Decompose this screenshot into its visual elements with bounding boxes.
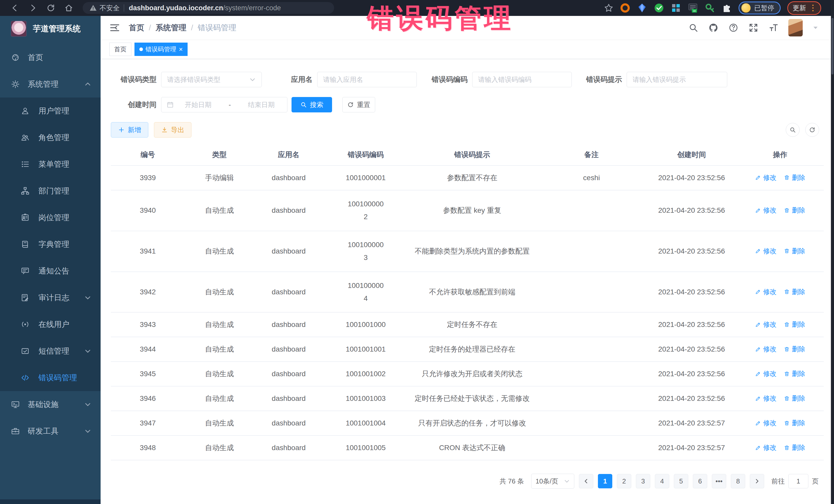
sidebar-item-系统管理[interactable]: 系统管理 [0, 71, 101, 97]
sidebar-bottom-strip [0, 499, 101, 504]
error-code-field[interactable] [472, 72, 572, 87]
user-avatar[interactable] [788, 19, 803, 37]
delete-link[interactable]: 删除 [784, 320, 805, 329]
delete-link[interactable]: 删除 [784, 345, 805, 354]
delete-link[interactable]: 删除 [784, 443, 805, 452]
sidebar-item-研发工具[interactable]: 研发工具 [0, 418, 101, 444]
browser-home-icon[interactable] [64, 3, 73, 13]
edit-link[interactable]: 修改 [755, 173, 776, 182]
tag-home[interactable]: 首页 [109, 43, 131, 56]
page-size-select[interactable]: 10条/页 [531, 474, 574, 489]
edit-link[interactable]: 修改 [755, 320, 776, 329]
header-search-icon[interactable] [688, 23, 699, 33]
edit-link[interactable]: 修改 [755, 206, 776, 215]
more-pages-button[interactable]: ••• [712, 474, 726, 488]
browser-back-icon[interactable] [10, 3, 20, 13]
refresh-table-button[interactable] [805, 123, 819, 137]
ext-dark-on[interactable]: on [688, 3, 698, 13]
goto-page-input[interactable] [788, 474, 808, 488]
edit-link[interactable]: 修改 [755, 287, 776, 297]
sidebar-item-短信管理[interactable]: 短信管理 [0, 338, 101, 365]
fullscreen-icon[interactable] [748, 23, 759, 33]
tag-close-icon[interactable]: × [179, 46, 183, 52]
github-icon[interactable] [708, 23, 719, 33]
edit-link[interactable]: 修改 [755, 394, 776, 403]
ext-green-key[interactable] [705, 3, 715, 13]
page-button-6[interactable]: 6 [693, 474, 707, 488]
breadcrumb-home[interactable]: 首页 [129, 23, 144, 33]
error-type-select[interactable]: 请选择错误码类型 [161, 72, 262, 87]
delete-link[interactable]: 删除 [784, 247, 805, 256]
user-icon [21, 106, 30, 115]
ext-green-check[interactable] [654, 3, 664, 13]
logo-row[interactable]: 芋道管理系统 [0, 16, 101, 42]
error-msg-field[interactable] [627, 72, 727, 87]
app-name-input[interactable] [317, 72, 416, 87]
page-button-3[interactable]: 3 [636, 474, 650, 488]
browser-update-button[interactable]: 更新 [787, 1, 821, 15]
end-date-placeholder[interactable]: 结束日期 [241, 100, 282, 109]
error-msg-input[interactable] [627, 72, 727, 87]
prev-page-button[interactable] [579, 474, 593, 488]
sidebar-item-在线用户[interactable]: 在线用户 [0, 311, 101, 338]
toggle-search-button[interactable] [786, 123, 799, 137]
edit-link[interactable]: 修改 [755, 419, 776, 428]
edit-link[interactable]: 修改 [755, 369, 776, 378]
kebab-menu-icon[interactable] [810, 4, 816, 12]
start-date-placeholder[interactable]: 开始日期 [177, 100, 219, 109]
browser-reload-icon[interactable] [46, 3, 56, 13]
delete-link[interactable]: 删除 [784, 173, 805, 182]
delete-link[interactable]: 删除 [784, 206, 805, 215]
font-size-icon[interactable] [768, 23, 778, 33]
add-button[interactable]: 新增 [111, 122, 148, 137]
security-label[interactable]: 不安全 [100, 4, 119, 13]
sidebar-item-菜单管理[interactable]: 菜单管理 [0, 151, 101, 178]
ext-cyan-grid[interactable] [671, 3, 681, 13]
window-scrollbar[interactable] [831, 0, 834, 504]
sidebar-item-角色管理[interactable]: 角色管理 [0, 124, 101, 151]
sidebar-item-用户管理[interactable]: 用户管理 [0, 97, 101, 124]
tag-error-code[interactable]: 错误码管理 × [134, 43, 188, 56]
delete-link[interactable]: 删除 [784, 394, 805, 403]
page-button-4[interactable]: 4 [655, 474, 669, 488]
address-bar[interactable]: 不安全 dashboard.yudao.iocoder.cn/system/er… [83, 2, 334, 14]
sidebar-item-审计日志[interactable]: 审计日志 [0, 284, 101, 311]
edit-link[interactable]: 修改 [755, 345, 776, 354]
app-name-field[interactable] [317, 72, 417, 87]
sidebar-item-基础设施[interactable]: 基础设施 [0, 391, 101, 418]
sidebar-item-岗位管理[interactable]: 岗位管理 [0, 204, 101, 231]
ext-orange-ring[interactable] [620, 3, 630, 13]
create-time-range-picker[interactable]: 开始日期 - 结束日期 [161, 97, 287, 112]
page-button-8[interactable]: 8 [731, 474, 745, 488]
delete-link[interactable]: 删除 [784, 287, 805, 297]
help-question-icon[interactable] [728, 23, 739, 33]
sidebar-item-字典管理[interactable]: 字典管理 [0, 231, 101, 258]
sidebar-item-首页[interactable]: 首页 [0, 44, 101, 71]
edit-link[interactable]: 修改 [755, 443, 776, 452]
sidebar-item-错误码管理[interactable]: 错误码管理 [0, 365, 101, 391]
delete-link[interactable]: 删除 [784, 419, 805, 428]
sidebar-item-部门管理[interactable]: 部门管理 [0, 178, 101, 204]
breadcrumb-separator: / [191, 23, 193, 32]
extension-paused-pill[interactable]: 已暂停 [739, 2, 781, 14]
ext-white-puzzle[interactable] [722, 3, 732, 13]
browser-forward-icon[interactable] [28, 3, 38, 13]
page-button-2[interactable]: 2 [617, 474, 631, 488]
ext-blue-gem[interactable] [637, 3, 647, 13]
sidebar-fold-icon[interactable] [109, 22, 120, 33]
breadcrumb-system[interactable]: 系统管理 [155, 23, 186, 33]
page-button-1[interactable]: 1 [598, 474, 612, 488]
error-code-input[interactable] [473, 72, 571, 87]
next-page-button[interactable] [750, 474, 764, 488]
sidebar-item-通知公告[interactable]: 通知公告 [0, 258, 101, 284]
page-button-5[interactable]: 5 [674, 474, 688, 488]
bookmark-star-icon[interactable] [604, 3, 613, 13]
search-button[interactable]: 搜索 [291, 97, 332, 112]
edit-link[interactable]: 修改 [755, 247, 776, 256]
reset-button[interactable]: 重置 [342, 97, 375, 112]
cell-code: 1001000004 [323, 272, 408, 312]
export-button[interactable]: 导出 [154, 122, 192, 137]
delete-link[interactable]: 删除 [784, 369, 805, 378]
avatar-caret-down-icon[interactable] [812, 25, 819, 31]
scrollbar-thumb[interactable] [831, 18, 833, 74]
